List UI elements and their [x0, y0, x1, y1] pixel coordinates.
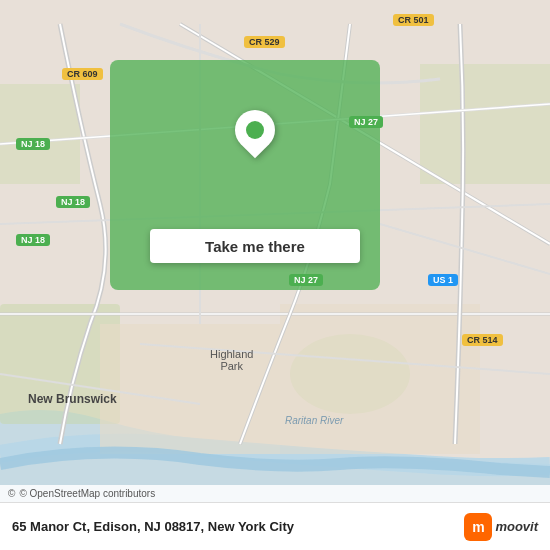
moovit-text: moovit: [495, 519, 538, 534]
attribution-bar: © © OpenStreetMap contributors: [0, 485, 550, 502]
map-container: Take me there New Brunswick HighlandPark…: [0, 0, 550, 550]
attribution-text: © OpenStreetMap contributors: [19, 488, 155, 499]
svg-line-16: [380, 224, 550, 274]
address-text: 65 Manor Ct, Edison, NJ 08817, New York …: [12, 519, 294, 534]
info-bar: 65 Manor Ct, Edison, NJ 08817, New York …: [0, 502, 550, 550]
location-pin: [233, 110, 277, 164]
moovit-initial: m: [472, 519, 484, 535]
copyright-symbol: ©: [8, 488, 15, 499]
moovit-icon: m: [464, 513, 492, 541]
moovit-logo: m moovit: [464, 513, 538, 541]
svg-rect-4: [100, 324, 280, 454]
svg-rect-5: [280, 304, 480, 454]
svg-rect-3: [0, 84, 80, 184]
take-me-there-button[interactable]: Take me there: [150, 229, 360, 263]
svg-rect-2: [420, 64, 550, 184]
